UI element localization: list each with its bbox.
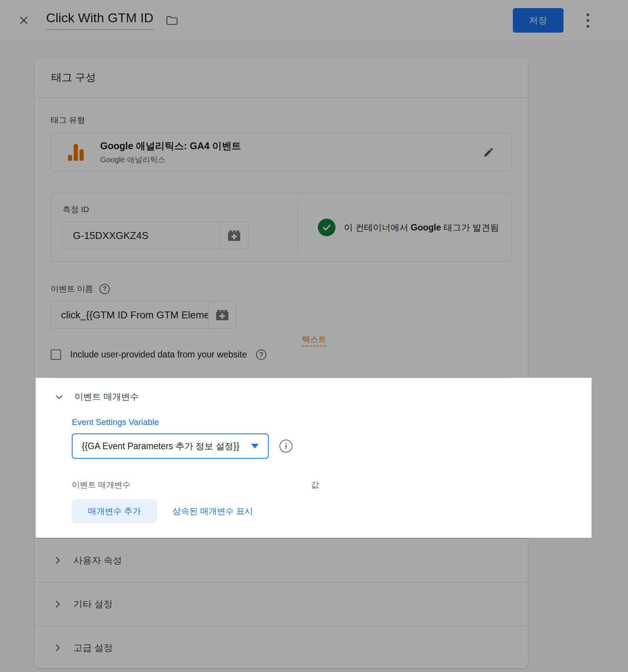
chevron-right-icon <box>53 643 63 653</box>
tag-configuration-card: 태그 구성 태그 유형 Google 애널리틱스: GA4 이벤트 Google… <box>35 58 528 668</box>
check-icon <box>318 219 335 236</box>
ga4-analytics-icon <box>51 144 100 161</box>
chevron-down-icon <box>54 392 64 402</box>
event-parameters-section: 이벤트 매개변수 Event Settings Variable {{GA Ev… <box>36 378 592 538</box>
section-other-settings[interactable]: 기타 설정 <box>35 582 528 626</box>
param-column-label: 이벤트 매개변수 <box>72 479 131 490</box>
event-parameters-header[interactable]: 이벤트 매개변수 <box>54 391 592 403</box>
measurement-id-box: 측정 ID G-15DXXGKZ4S <box>51 193 512 262</box>
event-settings-variable-label: Event Settings Variable <box>72 417 592 427</box>
show-inherited-params-link[interactable]: 상속된 매개변수 표시 <box>172 506 253 517</box>
card-title: 태그 구성 <box>35 58 528 98</box>
edit-pencil-icon[interactable] <box>483 147 511 158</box>
add-parameter-button[interactable]: 매개변수 추가 <box>72 499 157 523</box>
dropdown-selected-value: {{GA Event Parameters 추가 정보 설정}} <box>82 440 246 452</box>
tag-type-vendor: Google 애널리틱스 <box>100 155 483 165</box>
folder-icon[interactable] <box>165 13 179 27</box>
measurement-id-label: 측정 ID <box>63 204 297 215</box>
dropdown-caret-icon <box>251 444 259 448</box>
user-data-checkbox-label: Include user-provided data from your web… <box>70 349 247 360</box>
close-icon[interactable] <box>17 13 31 27</box>
event-parameters-title: 이벤트 매개변수 <box>74 391 139 403</box>
event-name-label: 이벤트 이름 <box>51 283 93 294</box>
section-user-properties[interactable]: 사용자 속성 <box>35 538 528 582</box>
text-type-annotation: 텍스트 <box>302 334 326 346</box>
google-tag-found-status: 이 컨테이너에서 Google 태그가 발견됨 <box>344 222 499 234</box>
event-settings-variable-dropdown[interactable]: {{GA Event Parameters 추가 정보 설정}} <box>72 433 269 459</box>
user-data-checkbox[interactable] <box>51 349 61 360</box>
section-advanced-settings[interactable]: 고급 설정 <box>35 626 528 669</box>
more-menu-icon[interactable] <box>582 13 593 28</box>
chevron-right-icon <box>53 555 63 565</box>
tag-type-label: 태그 유형 <box>51 115 512 125</box>
variable-picker-icon[interactable] <box>208 301 236 329</box>
event-name-input[interactable]: click_{{GTM ID From GTM Elemen <box>51 301 208 329</box>
top-bar: Click With GTM ID 저장 <box>0 0 628 41</box>
tag-title[interactable]: Click With GTM ID <box>46 11 154 30</box>
save-button[interactable]: 저장 <box>513 8 564 33</box>
measurement-id-input[interactable]: G-15DXXGKZ4S <box>63 222 220 249</box>
chevron-right-icon <box>53 599 63 609</box>
variable-picker-icon[interactable] <box>220 222 248 249</box>
help-icon[interactable]: ? <box>256 349 266 360</box>
tag-type-name: Google 애널리틱스: GA4 이벤트 <box>100 140 483 152</box>
tag-type-card[interactable]: Google 애널리틱스: GA4 이벤트 Google 애널리틱스 <box>51 133 512 171</box>
help-icon[interactable]: ? <box>99 284 110 294</box>
value-column-label: 값 <box>311 479 319 490</box>
info-icon[interactable]: i <box>279 440 293 453</box>
